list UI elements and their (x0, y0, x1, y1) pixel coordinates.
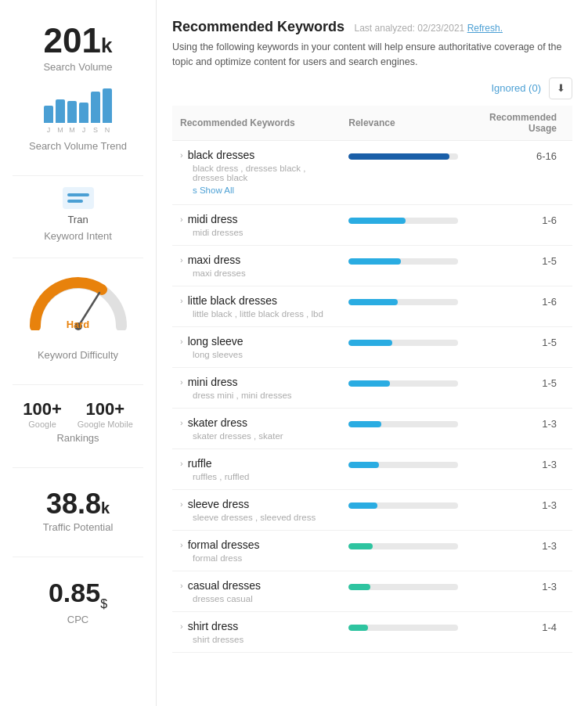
relevance-bar-fill (348, 462, 379, 468)
main-content: Recommended Keywords Last analyzed: 02/2… (157, 0, 588, 706)
keyword-name: ›formal dresses (180, 539, 333, 551)
usage-range: 1-3 (542, 499, 557, 511)
table-row: ›skater dressskater dresses , skater1-3 (172, 408, 572, 448)
relevance-bar-fill (348, 218, 406, 224)
expand-icon[interactable]: › (180, 255, 183, 265)
trend-bar (91, 92, 100, 123)
expand-icon[interactable]: › (180, 540, 183, 549)
keyword-text: ruffle (188, 457, 212, 470)
col-header-usage: Recommended Usage (482, 106, 572, 141)
keyword-text: long sleeve (188, 335, 243, 348)
google-mobile-label: Google Mobile (78, 420, 133, 429)
usage-range: 1-5 (542, 255, 557, 267)
keyword-variants: skater dresses , skater (180, 431, 333, 441)
relevance-bar-bg (348, 584, 458, 590)
intent-value: Tran (67, 214, 88, 225)
keyword-cell: ›sleeve dresssleeve dresses , sleeved dr… (172, 489, 341, 530)
usage-cell: 1-5 (482, 367, 572, 408)
keyword-name: ›ruffle (180, 457, 333, 470)
trend-months: JMMJSN (44, 126, 112, 134)
keyword-text: black dresses (188, 149, 255, 161)
usage-cell: 1-5 (482, 245, 572, 286)
trend-bar (103, 88, 112, 123)
keyword-cell: ›formal dressesformal dress (172, 530, 341, 571)
table-row: ›maxi dressmaxi dresses1-5 (172, 245, 572, 286)
download-button[interactable]: ⬇ (549, 77, 572, 99)
expand-icon[interactable]: › (180, 499, 183, 509)
keyword-name: ›casual dresses (180, 579, 333, 592)
keyword-variants: dresses casual (180, 594, 333, 603)
table-row: ›ruffleruffles , ruffled1-3 (172, 448, 572, 489)
relevance-bar-bg (348, 299, 458, 305)
divider-4 (13, 467, 143, 468)
usage-range: 1-5 (542, 377, 557, 389)
keyword-intent-label: Keyword Intent (44, 230, 112, 242)
relevance-bar-bg (348, 340, 458, 346)
trend-month-label: J (44, 126, 53, 134)
expand-icon[interactable]: › (180, 418, 183, 427)
expand-icon[interactable]: › (180, 296, 183, 305)
keyword-text: midi dress (188, 213, 238, 225)
relevance-cell (341, 367, 481, 408)
difficulty-value: Hard (67, 319, 90, 330)
expand-icon[interactable]: › (180, 337, 183, 346)
trend-month-label: M (67, 126, 77, 134)
usage-cell: 1-4 (482, 611, 572, 652)
trend-bar (44, 106, 53, 123)
keyword-cell: ›midi dressmidi dresses (172, 204, 341, 245)
keyword-cell: ›little black dresseslittle black , litt… (172, 286, 341, 326)
main-title: Recommended Keywords (172, 19, 345, 34)
traffic-potential-label: Traffic Potential (43, 521, 114, 533)
refresh-link[interactable]: Refresh. (467, 23, 503, 34)
keyword-variants: formal dress (180, 553, 333, 563)
trend-chart (44, 85, 112, 123)
table-row: ›formal dressesformal dress1-3 (172, 530, 572, 571)
show-all-link[interactable]: s Show All (180, 186, 234, 195)
table-row: ›casual dressesdresses casual1-3 (172, 571, 572, 611)
relevance-bar-bg (348, 625, 458, 631)
ignored-link[interactable]: Ignored (0) (491, 82, 541, 94)
cpc-number: 0.85$ (49, 579, 107, 611)
usage-range: 1-5 (542, 337, 557, 348)
relevance-cell (341, 204, 481, 245)
expand-icon[interactable]: › (180, 214, 183, 224)
expand-icon[interactable]: › (180, 621, 183, 631)
relevance-bar-fill (348, 421, 381, 427)
table-row: ›black dressesblack dress , dresses blac… (172, 140, 572, 204)
usage-cell: 1-3 (482, 448, 572, 489)
keyword-difficulty-label: Keyword Difficulty (38, 349, 118, 361)
divider-3 (13, 384, 143, 385)
keyword-variants: little black , little black dress , lbd (180, 309, 333, 319)
keyword-name: ›little black dresses (180, 294, 333, 307)
traffic-potential-number: 38.8k (46, 490, 110, 518)
sidebar: 201k Search Volume JMMJSN Search Volume … (0, 0, 157, 706)
trend-month-label: M (56, 126, 65, 134)
usage-cell: 1-6 (482, 204, 572, 245)
difficulty-gauge: Hard (27, 276, 129, 330)
keyword-cell: ›mini dressdress mini , mini dresses (172, 367, 341, 408)
expand-icon[interactable]: › (180, 459, 183, 468)
keyword-cell: ›long sleevelong sleeves (172, 326, 341, 367)
expand-icon[interactable]: › (180, 377, 183, 387)
expand-icon[interactable]: › (180, 581, 183, 590)
keyword-cell: ›black dressesblack dress , dresses blac… (172, 140, 341, 204)
expand-icon[interactable]: › (180, 150, 183, 160)
keyword-variants: black dress , dresses black , dresses bl… (180, 164, 333, 182)
keyword-intent-icon (63, 187, 94, 209)
col-header-relevance: Relevance (341, 106, 481, 141)
trend-bar (79, 103, 88, 123)
keyword-text: formal dresses (188, 539, 260, 551)
usage-cell: 6-16 (482, 140, 572, 204)
usage-cell: 1-3 (482, 489, 572, 530)
trend-month-label: S (91, 126, 100, 134)
main-header: Recommended Keywords Last analyzed: 02/2… (172, 19, 572, 70)
keyword-name: ›maxi dress (180, 254, 333, 266)
usage-cell: 1-3 (482, 408, 572, 448)
relevance-cell (341, 326, 481, 367)
keyword-name: ›mini dress (180, 376, 333, 388)
search-volume-number: 201k (44, 23, 113, 58)
table-row: ›shirt dressshirt dresses1-4 (172, 611, 572, 652)
usage-range: 1-3 (542, 459, 557, 470)
relevance-cell (341, 611, 481, 652)
main-description: Using the following keywords in your con… (172, 40, 572, 70)
